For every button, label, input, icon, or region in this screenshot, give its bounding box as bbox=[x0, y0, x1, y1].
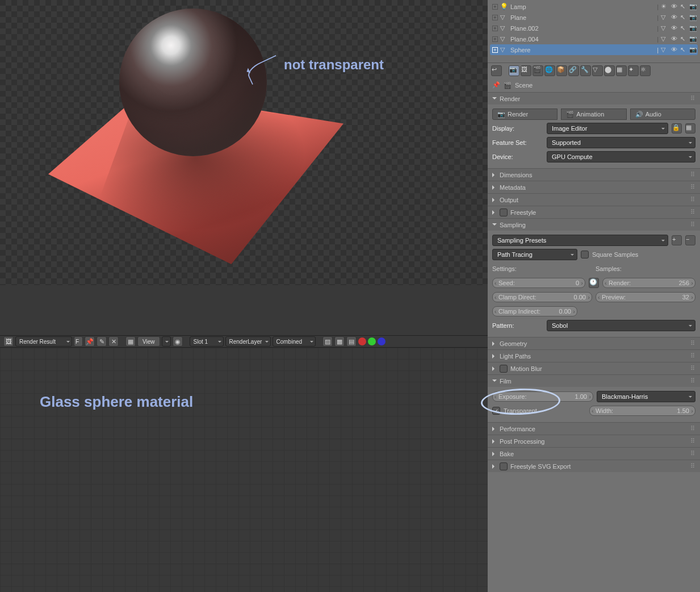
rgba-icon[interactable]: ▨ bbox=[322, 336, 333, 347]
node-editor[interactable]: Glass sphere material Glass BSDF BSDF Be… bbox=[0, 348, 488, 592]
outliner[interactable]: +💡Lamp|☀👁↖📷 +▽Plane|▽👁↖📷 +▽Plane.002|▽👁↖… bbox=[488, 0, 700, 62]
panel-header-performance[interactable]: Performance⠿ bbox=[488, 423, 700, 435]
eye-icon[interactable]: 👁 bbox=[671, 46, 678, 53]
panel-header-sampling[interactable]: Sampling⠿ bbox=[488, 219, 700, 231]
eye-icon[interactable]: 👁 bbox=[671, 3, 678, 10]
remove-preset-icon[interactable]: − bbox=[685, 235, 695, 245]
animation-button[interactable]: 🎬Animation bbox=[561, 109, 626, 120]
scene-tab-icon[interactable]: 🎬 bbox=[533, 65, 543, 76]
cursor-icon[interactable]: ↖ bbox=[680, 14, 688, 21]
eye-icon[interactable]: 👁 bbox=[671, 35, 678, 43]
red-channel-icon[interactable] bbox=[358, 337, 366, 345]
mesh-icon: ▽ bbox=[500, 46, 508, 54]
display-channels-icon[interactable]: ◉ bbox=[173, 336, 183, 347]
constraints-tab-icon[interactable]: 🔗 bbox=[568, 65, 579, 76]
render-samples-field[interactable]: Render:256 bbox=[602, 278, 695, 288]
new-icon[interactable]: ✎ bbox=[97, 336, 107, 347]
panel-header-freestyle[interactable]: Freestyle⠿ bbox=[488, 206, 700, 218]
transparent-checkbox[interactable] bbox=[492, 407, 500, 415]
eye-icon[interactable]: 👁 bbox=[671, 14, 678, 21]
cursor-icon[interactable]: ↖ bbox=[680, 24, 688, 32]
fake-user-button[interactable]: F bbox=[74, 336, 83, 347]
clamp-direct-field[interactable]: Clamp Direct:0.00 bbox=[492, 292, 592, 302]
pass-selector[interactable]: Combined bbox=[273, 336, 316, 347]
blue-channel-icon[interactable] bbox=[378, 337, 385, 345]
green-channel-icon[interactable] bbox=[368, 337, 376, 345]
layer-selector[interactable]: RenderLayer bbox=[225, 336, 271, 347]
outliner-item-plane002[interactable]: +▽Plane.002|▽👁↖📷 bbox=[490, 23, 698, 34]
world-tab-icon[interactable]: 🌐 bbox=[544, 65, 555, 76]
panel-header-lightpaths[interactable]: Light Paths⠿ bbox=[488, 350, 700, 362]
breadcrumb-scene[interactable]: Scene bbox=[515, 82, 533, 89]
render-tab-icon[interactable]: 📷 bbox=[509, 65, 519, 76]
feature-set-dropdown[interactable]: Supported bbox=[547, 137, 695, 148]
object-tab-icon[interactable]: 📦 bbox=[556, 65, 567, 76]
texture-tab-icon[interactable]: ▦ bbox=[616, 65, 627, 76]
back-icon[interactable]: ↩ bbox=[491, 65, 502, 76]
pattern-dropdown[interactable]: Sobol bbox=[547, 320, 695, 331]
clock-icon[interactable]: 🕐 bbox=[589, 278, 599, 288]
integrator-dropdown[interactable]: Path Tracing bbox=[492, 249, 577, 260]
material-tab-icon[interactable]: ⬤ bbox=[604, 65, 615, 76]
pin-icon[interactable]: 📌 bbox=[492, 81, 500, 89]
panel-header-film[interactable]: Film⠿ bbox=[488, 375, 700, 387]
filter-width-field[interactable]: Width:1.50 bbox=[589, 406, 695, 416]
square-samples-checkbox[interactable] bbox=[581, 251, 589, 259]
display-dropdown[interactable]: Image Editor bbox=[547, 123, 668, 134]
mesh-data-icon: ▽ bbox=[661, 24, 669, 32]
outliner-item-sphere[interactable]: +▽Sphere|▽👁↖📷 bbox=[490, 44, 698, 55]
motionblur-checkbox[interactable] bbox=[500, 365, 508, 373]
panel-header-bake[interactable]: Bake⠿ bbox=[488, 448, 700, 460]
pixel-filter-dropdown[interactable]: Blackman-Harris bbox=[597, 391, 695, 402]
cursor-icon[interactable]: ↖ bbox=[680, 35, 688, 43]
audio-button[interactable]: 🔊Audio bbox=[630, 109, 695, 120]
data-tab-icon[interactable]: ▽ bbox=[592, 65, 603, 76]
device-dropdown[interactable]: GPU Compute bbox=[547, 151, 695, 162]
exposure-field[interactable]: Exposure:1.00 bbox=[492, 391, 593, 402]
panel-header-geometry[interactable]: Geometry⠿ bbox=[488, 337, 700, 349]
cursor-icon[interactable]: ↖ bbox=[680, 46, 688, 53]
panel-header-postproc[interactable]: Post Processing⠿ bbox=[488, 435, 700, 447]
alpha-icon[interactable]: ▩ bbox=[334, 336, 345, 347]
render-layers-tab-icon[interactable]: 🖼 bbox=[521, 65, 531, 76]
camera-icon[interactable]: 📷 bbox=[689, 14, 697, 21]
camera-icon[interactable]: 📷 bbox=[689, 35, 697, 43]
view-menu[interactable]: View bbox=[137, 336, 160, 347]
camera-icon[interactable]: 📷 bbox=[689, 46, 697, 53]
sampling-presets-dropdown[interactable]: Sampling Presets bbox=[492, 235, 668, 246]
panel-header-render[interactable]: Render⠿ bbox=[488, 93, 700, 105]
z-icon[interactable]: ▤ bbox=[346, 336, 357, 347]
viewport-icon[interactable]: ▦ bbox=[685, 123, 695, 134]
viewport[interactable]: not transparent bbox=[0, 0, 488, 285]
outliner-item-lamp[interactable]: +💡Lamp|☀👁↖📷 bbox=[490, 1, 698, 12]
physics-tab-icon[interactable]: ⚛ bbox=[640, 65, 651, 76]
render-button[interactable]: 📷Render bbox=[492, 109, 558, 120]
outliner-item-plane[interactable]: +▽Plane|▽👁↖📷 bbox=[490, 12, 698, 23]
camera-icon[interactable]: 📷 bbox=[689, 3, 697, 10]
seed-field[interactable]: Seed:0 bbox=[492, 278, 585, 288]
add-preset-icon[interactable]: + bbox=[672, 235, 682, 245]
panel-header-svg[interactable]: Freestyle SVG Export⠿ bbox=[488, 460, 700, 472]
lock-icon[interactable]: 🔒 bbox=[672, 123, 682, 134]
modifiers-tab-icon[interactable]: 🔧 bbox=[580, 65, 591, 76]
preview-samples-field[interactable]: Preview:32 bbox=[596, 292, 695, 302]
unlink-icon[interactable]: ✕ bbox=[108, 336, 119, 347]
editor-type-icon[interactable]: 🖼 bbox=[3, 336, 14, 347]
cursor-icon[interactable]: ↖ bbox=[680, 3, 688, 10]
panel-header-motionblur[interactable]: Motion Blur⠿ bbox=[488, 362, 700, 374]
outliner-item-plane004[interactable]: +▽Plane.004|▽👁↖📷 bbox=[490, 34, 698, 44]
freestyle-checkbox[interactable] bbox=[500, 209, 508, 216]
camera-icon[interactable]: 📷 bbox=[689, 24, 697, 32]
panel-header-output[interactable]: Output⠿ bbox=[488, 194, 700, 206]
slot-selector[interactable]: Slot 1 bbox=[190, 336, 224, 347]
pin-icon[interactable]: 📌 bbox=[85, 336, 95, 347]
panel-header-dimensions[interactable]: Dimensions⠿ bbox=[488, 169, 700, 181]
image-selector[interactable]: Render Result bbox=[15, 336, 72, 347]
svg-checkbox[interactable] bbox=[500, 462, 508, 470]
eye-icon[interactable]: 👁 bbox=[671, 24, 678, 32]
view-dropdown[interactable] bbox=[162, 336, 171, 347]
particles-tab-icon[interactable]: ✦ bbox=[628, 65, 639, 76]
clamp-indirect-field[interactable]: Clamp Indirect:0.00 bbox=[492, 306, 577, 316]
view-mode-icon[interactable]: ▦ bbox=[125, 336, 136, 347]
panel-header-metadata[interactable]: Metadata⠿ bbox=[488, 181, 700, 193]
